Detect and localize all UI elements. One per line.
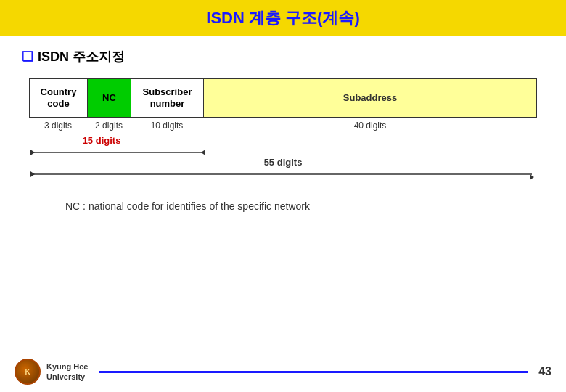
subscriber-number-box: Subscribernumber [131, 79, 204, 117]
country-code-box: Countrycode [30, 79, 88, 117]
diagram-boxes-row: Countrycode NC Subscribernumber Subaddre… [29, 78, 537, 118]
university-name: Kyung Hee University [46, 362, 88, 383]
svg-marker-7 [530, 174, 534, 180]
section-heading: ❑ ISDN 주소지정 [22, 48, 544, 65]
page-title: ISDN 계층 구조(계속) [206, 9, 359, 27]
nc-description: NC : national code for identifies of the… [22, 200, 544, 212]
main-content: ❑ ISDN 주소지정 Countrycode NC Subscribernum… [0, 48, 566, 212]
svg-marker-6 [30, 171, 35, 177]
footer-divider-line [99, 371, 528, 373]
country-digits-label: 3 digits [29, 121, 87, 131]
svg-text:15 digits: 15 digits [83, 135, 121, 146]
footer: K Kyung Hee University 43 [15, 359, 551, 385]
subaddress-box: Subaddress [204, 79, 536, 117]
section-title: ISDN 주소지정 [38, 48, 125, 65]
arrow-55-tip [530, 174, 537, 181]
arrow-15-svg: 15 digits [29, 135, 207, 157]
university-logo: K Kyung Hee University [15, 359, 88, 385]
isdn-diagram: Countrycode NC Subscribernumber Subaddre… [29, 78, 537, 179]
subaddress-digits-label: 40 digits [203, 121, 537, 131]
arrow-55-svg: 55 digits [29, 157, 537, 179]
page-number: 43 [538, 365, 551, 378]
subscriber-digits-label: 10 digits [131, 121, 203, 131]
svg-marker-3 [201, 150, 205, 155]
nc-digits-label: 2 digits [87, 121, 131, 131]
svg-marker-2 [30, 150, 35, 155]
nc-box: NC [88, 79, 131, 117]
svg-text:55 digits: 55 digits [264, 157, 303, 168]
arrows-section: 15 digits 55 digits [29, 135, 537, 179]
bullet-icon: ❑ [22, 49, 33, 65]
logo-icon: K [15, 359, 41, 385]
digit-labels-row: 3 digits 2 digits 10 digits 40 digits [29, 121, 537, 131]
page-header: ISDN 계층 구조(계속) [0, 0, 566, 36]
